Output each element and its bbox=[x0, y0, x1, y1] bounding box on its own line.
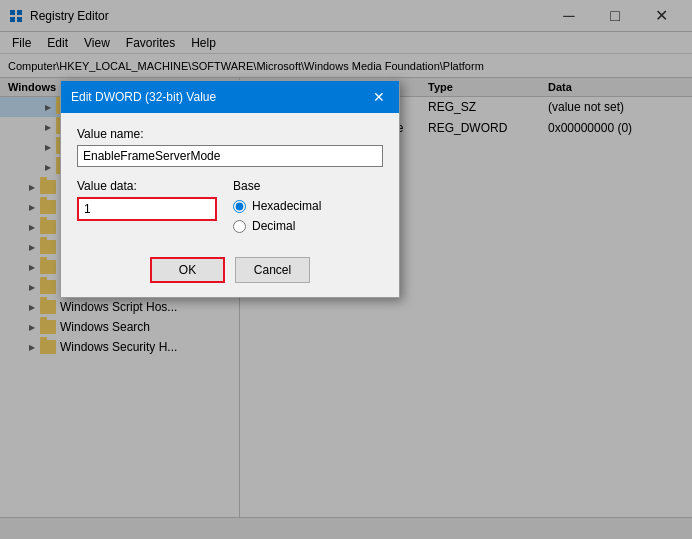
dialog-title-bar: Edit DWORD (32-bit) Value ✕ bbox=[61, 81, 399, 113]
radio-decimal-label: Decimal bbox=[252, 219, 295, 233]
base-label: Base bbox=[233, 179, 383, 193]
value-data-section: Value data: bbox=[77, 179, 217, 233]
radio-hexadecimal-label: Hexadecimal bbox=[252, 199, 321, 213]
cancel-button[interactable]: Cancel bbox=[235, 257, 310, 283]
ok-button[interactable]: OK bbox=[150, 257, 225, 283]
radio-hexadecimal[interactable]: Hexadecimal bbox=[233, 199, 383, 213]
radio-group: Hexadecimal Decimal bbox=[233, 199, 383, 233]
dialog-body: Value name: Value data: Base Hexadecimal bbox=[61, 113, 399, 247]
radio-hexadecimal-input[interactable] bbox=[233, 200, 246, 213]
edit-dword-dialog: Edit DWORD (32-bit) Value ✕ Value name: … bbox=[60, 80, 400, 298]
dialog-title: Edit DWORD (32-bit) Value bbox=[71, 90, 216, 104]
value-name-label: Value name: bbox=[77, 127, 383, 141]
modal-overlay: Edit DWORD (32-bit) Value ✕ Value name: … bbox=[0, 0, 692, 539]
radio-decimal-input[interactable] bbox=[233, 220, 246, 233]
radio-decimal[interactable]: Decimal bbox=[233, 219, 383, 233]
dialog-data-row: Value data: Base Hexadecimal Decimal bbox=[77, 179, 383, 233]
value-name-input[interactable] bbox=[77, 145, 383, 167]
value-data-label: Value data: bbox=[77, 179, 217, 193]
value-data-input[interactable] bbox=[77, 197, 217, 221]
base-section: Base Hexadecimal Decimal bbox=[233, 179, 383, 233]
dialog-close-button[interactable]: ✕ bbox=[369, 87, 389, 107]
dialog-footer: OK Cancel bbox=[61, 247, 399, 297]
